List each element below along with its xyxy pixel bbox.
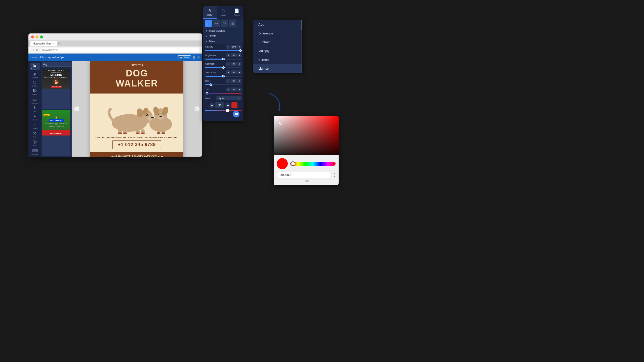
blur-slider[interactable] — [205, 84, 242, 85]
hex-up-arrow[interactable]: ▲ — [333, 172, 336, 175]
color-preview-circle[interactable] — [277, 158, 288, 169]
contrast-slider-thumb[interactable] — [222, 66, 225, 69]
toolbar-crop-icon[interactable]: ⬚ — [221, 20, 228, 27]
back-button[interactable]: ‹ — [30, 48, 31, 52]
forward-button[interactable]: › — [33, 48, 34, 52]
opacity-slider-thumb[interactable] — [239, 49, 242, 52]
sidebar-item-templates[interactable]: ⊞ Templates — [30, 63, 40, 70]
tint-value[interactable] — [231, 87, 237, 92]
tab-close-icon[interactable]: × — [53, 42, 54, 45]
reload-button[interactable]: ↻ — [35, 48, 38, 52]
breadcrumb-home[interactable]: Home — [30, 56, 37, 59]
sidebar-item-3d[interactable]: ⬡ 3D Editor — [30, 80, 40, 87]
breadcrumb-file[interactable]: File — [40, 56, 44, 59]
layout-icon[interactable]: ⊞ — [192, 55, 195, 59]
tint-number-input[interactable] — [215, 102, 224, 108]
blend-scrollbar-thumb[interactable] — [301, 20, 302, 30]
tab-editor[interactable]: ✎ Editor — [203, 6, 217, 19]
opacity-plus[interactable]: + — [237, 45, 242, 49]
sidebar-item-images[interactable]: 🖼 Images — [30, 88, 40, 96]
sidebar-item-tools[interactable]: ⚒ Tools — [30, 131, 40, 138]
opacity-slider[interactable] — [205, 50, 242, 51]
toolbar-delete-icon[interactable]: 🗑 — [229, 20, 236, 27]
sidebar-item-guide[interactable]: ⓪ Guide — [30, 139, 40, 147]
tint-val-minus[interactable]: − — [209, 103, 214, 108]
blend-option-add[interactable]: Add — [253, 20, 302, 29]
color-cursor[interactable] — [279, 122, 282, 125]
blend-scrollbar[interactable] — [301, 20, 302, 73]
blend-option-multiply[interactable]: Multiply — [253, 47, 302, 55]
flyer-phone: +1 012 345 6789 — [112, 140, 162, 149]
color-gradient-picker[interactable] — [274, 116, 339, 156]
brightness-value[interactable] — [231, 53, 237, 57]
image-settings-section[interactable]: ▼ Image Settings — [203, 28, 244, 33]
blend-select[interactable]: Lighten ▼ — [216, 96, 242, 100]
maximize-dot[interactable] — [40, 35, 43, 38]
hue-thumb[interactable] — [291, 161, 295, 166]
hex-down-arrow[interactable]: ▼ — [333, 175, 336, 177]
opacity-minus[interactable]: − — [226, 45, 230, 49]
toolbar-style-icon[interactable]: ✏ — [213, 20, 220, 27]
flyer[interactable]: 🐾 🐾 🐾 🐾 🐾 🐾 Arieta's DOG WALKER — [90, 61, 183, 157]
close-dot[interactable] — [31, 35, 34, 38]
saturation-slider[interactable] — [205, 76, 242, 77]
blur-plus[interactable]: + — [237, 79, 242, 83]
brightness-minus[interactable]: − — [226, 53, 230, 57]
saturation-plus[interactable]: + — [237, 70, 242, 74]
blur-minus[interactable]: − — [226, 79, 230, 83]
sidebar-item-uploads[interactable]: ↑ Uploads — [30, 122, 40, 130]
search-input[interactable] — [42, 62, 72, 67]
tint-slider-thumb[interactable] — [206, 92, 208, 95]
tint-plus[interactable]: + — [237, 87, 242, 92]
message-button[interactable]: 💬 — [233, 111, 239, 117]
toolbar-swap-icon[interactable]: ⇄ — [205, 20, 212, 27]
blend-option-lighten[interactable]: Lighten — [253, 64, 302, 73]
sidebar-item-shortcuts[interactable]: ⌨ Shortcuts — [30, 148, 40, 155]
adjust-section[interactable]: ▼ Adjust — [203, 39, 244, 44]
blur-value[interactable] — [231, 79, 237, 83]
share-icon[interactable]: ↗ — [197, 55, 200, 59]
contrast-value[interactable] — [231, 62, 237, 66]
canvas-nav-left[interactable]: ‹ — [74, 106, 79, 111]
tint-val-plus[interactable]: + — [225, 103, 230, 108]
opacity-value[interactable] — [231, 45, 237, 49]
brightness-plus[interactable]: + — [237, 53, 242, 57]
saturation-value[interactable] — [231, 70, 237, 74]
blend-option-difference[interactable]: Difference — [253, 29, 302, 38]
saturation-minus[interactable]: − — [226, 70, 230, 74]
template-card-2[interactable]: $200 🐕 DOG MISSING LOST IN MOUNT EDEN PA… — [42, 110, 70, 156]
contrast-plus[interactable]: + — [237, 62, 242, 66]
tint-slider[interactable] — [205, 93, 242, 94]
address-bar-url[interactable]: dog walker flyer — [39, 48, 200, 52]
tint-color-swatch[interactable] — [231, 102, 237, 108]
tab-layer[interactable]: ⬡ Layer — [217, 6, 230, 19]
contrast-slider[interactable] — [205, 67, 242, 68]
sidebar-item-elements[interactable]: ◈ Elements — [30, 71, 40, 79]
blur-slider-thumb[interactable] — [210, 83, 212, 86]
canvas-area[interactable]: 🐾 🐾 🐾 🐾 🐾 🐾 Arieta's DOG WALKER — [72, 61, 202, 157]
save-button[interactable]: 💾 Save — [178, 55, 191, 59]
effects-section[interactable]: ▼ Effects — [203, 33, 244, 39]
browser-tab[interactable]: dog walker flyer × — [30, 41, 57, 46]
minimize-dot[interactable] — [35, 35, 38, 38]
sidebar-item-text[interactable]: T Text — [30, 105, 40, 113]
tint-minus[interactable]: − — [226, 87, 230, 92]
saturation-slider-fill — [205, 76, 223, 77]
brightness-slider-thumb[interactable] — [222, 58, 225, 60]
sidebar-item-background[interactable]: ▭ Bkground — [30, 97, 40, 104]
tab-pages[interactable]: 📄 Pages — [230, 6, 244, 19]
editor-tab-label: Editor — [207, 14, 213, 16]
tint-color-thumb[interactable] — [226, 109, 229, 112]
saturation-slider-thumb[interactable] — [222, 75, 225, 77]
new-tab-button[interactable]: + — [58, 41, 60, 46]
contrast-minus[interactable]: − — [226, 62, 230, 66]
sidebar-item-brand[interactable]: ✦ Brand — [30, 114, 40, 121]
template-card-2-image: $200 🐕 DOG MISSING LOST IN MOUNT EDEN PA… — [42, 110, 70, 130]
brightness-slider[interactable] — [205, 59, 242, 60]
hue-slider[interactable] — [290, 162, 336, 166]
hex-input[interactable] — [277, 172, 332, 178]
template-card-1[interactable]: PLEASE CONTACT +1 123 456 789 MISSING HA… — [42, 69, 70, 109]
canvas-nav-right[interactable]: › — [194, 106, 199, 111]
blend-option-subtract[interactable]: Subtract — [253, 38, 302, 47]
blend-option-screen[interactable]: Screen — [253, 55, 302, 64]
